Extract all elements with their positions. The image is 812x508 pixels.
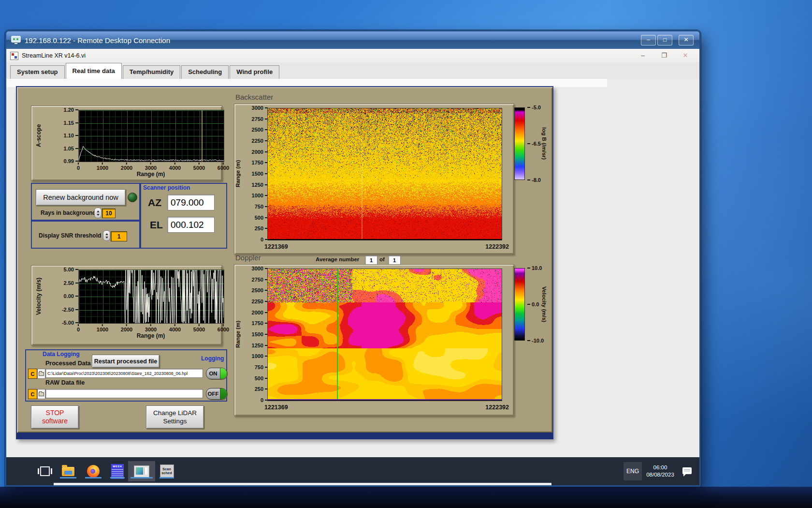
tab-system-setup[interactable]: System setup <box>10 65 65 79</box>
rdp-maximize-button[interactable]: □ <box>657 35 672 45</box>
tick-label: 5.00 <box>64 267 74 272</box>
clock-date: 08/08/2023 <box>643 471 678 478</box>
background-led-indicator <box>128 193 137 202</box>
rdp-monitor-icon <box>11 36 21 45</box>
snr-threshold-box: Display SNR threshold 1 <box>31 221 140 249</box>
processed-logging-toggle[interactable]: ON <box>206 368 227 379</box>
tick-label: 1500 <box>252 171 263 177</box>
raw-path-field[interactable] <box>45 389 203 398</box>
tick-label: 2750 <box>252 116 263 122</box>
tick-label: 750 <box>255 204 263 209</box>
tick-label: 2750 <box>252 277 263 283</box>
tick-label: 1250 <box>252 182 263 188</box>
raw-logging-toggle[interactable]: OFF <box>206 388 227 400</box>
tick-label: 1.20 <box>64 107 74 113</box>
week-scheduler-button[interactable]: WEEK <box>108 461 127 481</box>
average-number-field[interactable]: 1 <box>365 255 377 265</box>
action-center-icon[interactable] <box>682 467 692 474</box>
language-indicator[interactable]: ENG <box>624 462 642 480</box>
app-restore-button[interactable]: ❐ <box>657 51 671 60</box>
real-time-data-panel: A-scope 1.201.151.101.050.99 01000200030… <box>16 86 553 439</box>
average-number-label: Average number <box>316 256 359 262</box>
tick-label: 2250 <box>252 138 263 144</box>
tick-label: -6.5 <box>532 141 541 147</box>
file-explorer-button[interactable] <box>58 461 79 481</box>
toggle-on-label: ON <box>206 371 220 376</box>
running-indicator <box>130 477 153 478</box>
processed-path-field[interactable]: C:\Lidar\Data\Proc\2023\202308\20230808\… <box>45 369 203 378</box>
renew-background-button[interactable]: Renew background now <box>36 189 126 206</box>
change-line1: Change LiDAR <box>153 409 197 417</box>
tab-bar: System setup Real time data Temp/humidit… <box>6 62 699 79</box>
tick-label: 1.15 <box>64 120 74 126</box>
tick-label: 2500 <box>252 287 263 293</box>
tab-scheduling[interactable]: Scheduling <box>181 65 229 79</box>
app-close-button[interactable]: ✕ <box>678 51 693 60</box>
raw-drive-selector[interactable]: C <box>28 389 37 399</box>
snr-value-field[interactable]: 1 <box>111 231 127 241</box>
task-view-button[interactable] <box>36 461 54 481</box>
tick-label: 3000 <box>145 165 157 171</box>
el-label: EL <box>150 219 163 231</box>
tab-real-time-data[interactable]: Real time data <box>66 63 122 79</box>
rdp-minimize-button[interactable]: – <box>641 35 656 45</box>
tick-label: 5000 <box>193 165 205 171</box>
a-scope-canvas[interactable] <box>79 110 224 162</box>
az-value-field[interactable]: 079.000 <box>167 194 215 210</box>
streamline-app-button[interactable] <box>128 461 155 481</box>
rdp-close-button[interactable]: ✕ <box>679 35 694 45</box>
tab-temp-humidity[interactable]: Temp/humidity <box>123 65 180 79</box>
average-total-field[interactable]: 1 <box>388 255 401 265</box>
stop-software-button[interactable]: STOP software <box>31 405 79 429</box>
tick-label: -5.00 <box>62 320 74 326</box>
a-scope-xticks: 0100020003000400050006000 <box>78 163 223 169</box>
velocity-canvas[interactable] <box>79 270 224 323</box>
doppler-time-start: 1221369 <box>264 404 288 411</box>
folder-icon <box>39 392 44 396</box>
raw-browse-button[interactable] <box>37 389 45 399</box>
tick-label: -2.50 <box>62 307 74 313</box>
change-lidar-settings-button[interactable]: Change LiDAR Settings <box>146 405 204 429</box>
rdp-window: 192.168.0.122 - Remote Desktop Connectio… <box>5 30 701 487</box>
velocity-yticks: 5.002.500.00-2.50-5.00 <box>50 269 74 323</box>
a-scope-plot[interactable] <box>78 110 224 162</box>
scan-scheduler-button[interactable]: Scansched <box>157 461 176 481</box>
backscatter-plot[interactable] <box>267 108 502 240</box>
doppler-title: Doppler <box>235 254 261 262</box>
firefox-button[interactable] <box>83 461 104 481</box>
task-view-icon <box>40 466 50 476</box>
rdp-title-bar[interactable]: 192.168.0.122 - Remote Desktop Connectio… <box>6 31 699 49</box>
tick-label: 750 <box>255 364 263 370</box>
backscatter-colorbar <box>514 107 525 180</box>
a-scope-xaxis-label: Range (m) <box>78 171 223 178</box>
toggle-green-knob <box>220 388 227 399</box>
app-minimize-button[interactable]: – <box>636 51 650 60</box>
backscatter-time-end: 1222392 <box>485 243 509 250</box>
tick-label: 2000 <box>252 310 263 315</box>
rays-spinner[interactable] <box>94 208 102 218</box>
processed-browse-button[interactable] <box>37 369 45 379</box>
tick-label: 4000 <box>169 165 181 171</box>
backscatter-heatmap-canvas[interactable] <box>268 108 502 240</box>
el-value-field[interactable]: 000.102 <box>167 217 215 233</box>
velocity-xaxis-label: Range (m) <box>78 332 223 339</box>
snr-spinner[interactable] <box>103 230 110 241</box>
toggle-off-label: OFF <box>206 391 220 397</box>
doppler-heatmap-canvas[interactable] <box>268 269 502 401</box>
running-indicator <box>60 477 76 478</box>
processed-drive-selector[interactable]: C <box>28 369 37 379</box>
velocity-plot[interactable] <box>78 269 224 324</box>
week-scheduler-icon: WEEK <box>111 464 124 479</box>
rays-value-field[interactable]: 10 <box>102 209 116 218</box>
tick-label: 0 <box>77 327 80 332</box>
tab-wind-profile[interactable]: Wind profile <box>230 65 279 79</box>
restart-processed-file-button[interactable]: Restart processed file <box>92 355 160 368</box>
backscatter-yticks: 3000275025002250200017501500125010007505… <box>242 108 263 239</box>
doppler-plot[interactable] <box>267 269 502 401</box>
app-title-bar[interactable]: StreamLine XR v14-6.vi – ❐ ✕ <box>6 49 699 63</box>
data-logging-box: Data Logging Processed Data file Restart… <box>25 349 227 402</box>
logging-label: Logging <box>201 355 224 362</box>
doppler-range-label: Range (m) <box>235 269 241 400</box>
taskbar-clock[interactable]: 06:00 08/08/2023 <box>643 464 678 478</box>
velocity-axis-label: Velocity (m/s) <box>35 269 42 323</box>
